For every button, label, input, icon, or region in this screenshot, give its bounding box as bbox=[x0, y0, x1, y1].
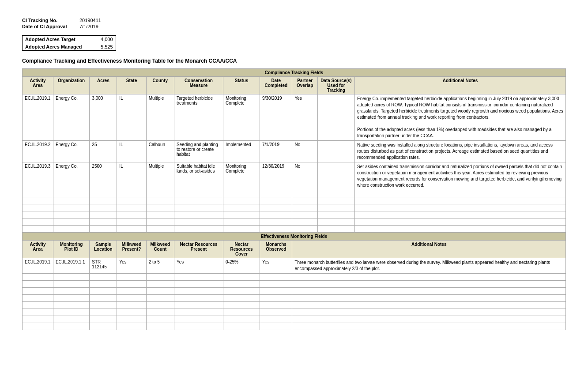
col-county: County bbox=[146, 77, 174, 94]
effectiveness-row-1: EC.IL.2019.1 EC.IL.2019.1.1 STR 112145 Y… bbox=[23, 258, 566, 274]
c1-county: Multiple bbox=[146, 94, 174, 141]
c3-county: Multiple bbox=[146, 162, 174, 190]
c3-conservation-measure: Suitable habitat idle lands, or set-asid… bbox=[174, 162, 223, 190]
acres-managed-label: Adopted Acres Managed bbox=[23, 43, 85, 51]
c2-status: Implemented bbox=[223, 141, 260, 162]
col-state: State bbox=[117, 77, 146, 94]
c3-partner-overlap: No bbox=[292, 162, 317, 190]
c3-data-source bbox=[317, 162, 354, 190]
c3-status: Monitoring Complete bbox=[223, 162, 260, 190]
c1-organization: Energy Co. bbox=[53, 94, 89, 141]
approval-row: Date of CI Approval 7/1/2019 bbox=[22, 24, 566, 29]
effectiveness-empty-7 bbox=[23, 316, 566, 323]
c2-data-source bbox=[317, 141, 354, 162]
ecol-sample-location: Sample Location bbox=[90, 241, 117, 258]
effectiveness-group-header: Effectiveness Monitoring Fields bbox=[23, 233, 566, 241]
ecol-monarchs-observed: Monarchs Observed bbox=[260, 241, 292, 258]
acres-target-label: Adopted Acres Target bbox=[23, 36, 85, 43]
tracking-row: CI Tracking No. 20190411 bbox=[22, 18, 566, 23]
e1-milkweed-count: 2 to 5 bbox=[146, 258, 174, 274]
effectiveness-empty-8 bbox=[23, 323, 566, 330]
ecol-nectar-present: Nectar Resources Present bbox=[174, 241, 223, 258]
col-partner-overlap: Partner Overlap bbox=[292, 77, 317, 94]
compliance-empty-2 bbox=[23, 197, 566, 204]
c2-state: IL bbox=[117, 141, 146, 162]
effectiveness-empty-1 bbox=[23, 274, 566, 281]
acres-target-value: 4,000 bbox=[85, 36, 116, 43]
c1-conservation-measure: Targeted herbicide treatments bbox=[174, 94, 223, 141]
effectiveness-col-header-row: Activity Area Monitoring Plot ID Sample … bbox=[23, 241, 566, 258]
compliance-empty-4 bbox=[23, 211, 566, 218]
c3-activity-area: EC.IL.2019.3 bbox=[23, 162, 53, 190]
c2-acres: 25 bbox=[90, 141, 117, 162]
c1-date-completed: 9/30/2019 bbox=[260, 94, 292, 141]
ecol-activity-area: Activity Area bbox=[23, 241, 53, 258]
e1-sample-location: STR 112145 bbox=[90, 258, 117, 274]
c1-partner-overlap: Yes bbox=[292, 94, 317, 141]
c1-state: IL bbox=[117, 94, 146, 141]
e1-plot-id: EC.IL.2019.1.1 bbox=[53, 258, 89, 274]
col-status: Status bbox=[223, 77, 260, 94]
ecol-milkweed-present: Milkweed Present? bbox=[117, 241, 146, 258]
effectiveness-empty-5 bbox=[23, 302, 566, 309]
c1-data-source bbox=[317, 94, 354, 141]
col-acres: Acres bbox=[90, 77, 117, 94]
e1-activity-area: EC.IL.2019.1 bbox=[23, 258, 53, 274]
main-table: Compliance Tracking Fields Activity Area… bbox=[22, 68, 566, 330]
effectiveness-empty-4 bbox=[23, 295, 566, 302]
compliance-row-2: EC.IL.2019.2 Energy Co. 25 IL Calhoun Se… bbox=[23, 141, 566, 162]
col-organization: Organization bbox=[53, 77, 89, 94]
acres-table: Adopted Acres Target 4,000 Adopted Acres… bbox=[22, 35, 116, 51]
c1-acres: 3,000 bbox=[90, 94, 117, 141]
compliance-row-1: EC.IL.2019.1 Energy Co. 3,000 IL Multipl… bbox=[23, 94, 566, 141]
col-activity-area: Activity Area bbox=[23, 77, 53, 94]
compliance-row-3: EC.IL.2019.3 Energy Co. 2500 IL Multiple… bbox=[23, 162, 566, 190]
ecol-monitoring-plot-id: Monitoring Plot ID bbox=[53, 241, 89, 258]
e1-nectar-present: Yes bbox=[174, 258, 223, 274]
c2-additional-notes: Native seeding was installed along struc… bbox=[354, 141, 565, 162]
effectiveness-empty-6 bbox=[23, 309, 566, 316]
acres-managed-value: 5,525 bbox=[85, 43, 116, 51]
compliance-group-header: Compliance Tracking Fields bbox=[23, 69, 566, 77]
e1-additional-notes: Three monarch butterflies and two larvae… bbox=[292, 258, 566, 274]
approval-label: Date of CI Approval bbox=[22, 24, 79, 29]
e1-monarchs-observed: Yes bbox=[260, 258, 292, 274]
ecol-additional-notes: Additional Notes bbox=[292, 241, 566, 258]
compliance-empty-1 bbox=[23, 190, 566, 197]
c3-date-completed: 12/30/2019 bbox=[260, 162, 292, 190]
c2-county: Calhoun bbox=[146, 141, 174, 162]
c3-acres: 2500 bbox=[90, 162, 117, 190]
section-title: Compliance Tracking and Effectiveness Mo… bbox=[22, 58, 566, 64]
tracking-label: CI Tracking No. bbox=[22, 18, 79, 23]
compliance-empty-3 bbox=[23, 204, 566, 211]
col-data-source: Data Source(s) Used for Tracking bbox=[317, 77, 354, 94]
acres-managed-row: Adopted Acres Managed 5,525 bbox=[23, 43, 116, 51]
approval-value: 7/1/2019 bbox=[79, 24, 98, 29]
col-conservation-measure: Conservation Measure bbox=[174, 77, 223, 94]
ecol-milkweed-count: Milkweed Count bbox=[146, 241, 174, 258]
effectiveness-empty-2 bbox=[23, 281, 566, 288]
col-date-completed: Date Completed bbox=[260, 77, 292, 94]
ecol-nectar-cover: Nectar Resources Cover bbox=[223, 241, 260, 258]
c3-organization: Energy Co. bbox=[53, 162, 89, 190]
c1-activity-area: EC.IL.2019.1 bbox=[23, 94, 53, 141]
e1-nectar-cover: 0-25% bbox=[223, 258, 260, 274]
c2-activity-area: EC.IL.2019.2 bbox=[23, 141, 53, 162]
effectiveness-group-header-row: Effectiveness Monitoring Fields bbox=[23, 233, 566, 241]
compliance-group-header-row: Compliance Tracking Fields bbox=[23, 69, 566, 77]
c1-additional-notes: Energy Co. implemented targeted herbicid… bbox=[354, 94, 565, 141]
c3-additional-notes: Set-asides contained transmission corrid… bbox=[354, 162, 565, 190]
col-additional-notes: Additional Notes bbox=[354, 77, 565, 94]
effectiveness-empty-3 bbox=[23, 288, 566, 295]
meta-section: CI Tracking No. 20190411 Date of CI Appr… bbox=[22, 18, 566, 29]
c3-state: IL bbox=[117, 162, 146, 190]
tracking-value: 20190411 bbox=[79, 18, 101, 23]
c1-status: Monitoring Complete bbox=[223, 94, 260, 141]
c2-date-completed: 7/1/2019 bbox=[260, 141, 292, 162]
compliance-empty-6 bbox=[23, 226, 566, 233]
acres-target-row: Adopted Acres Target 4,000 bbox=[23, 36, 116, 43]
c2-partner-overlap: No bbox=[292, 141, 317, 162]
c2-organization: Energy Co. bbox=[53, 141, 89, 162]
compliance-col-header-row: Activity Area Organization Acres State C… bbox=[23, 77, 566, 94]
e1-milkweed-present: Yes bbox=[117, 258, 146, 274]
